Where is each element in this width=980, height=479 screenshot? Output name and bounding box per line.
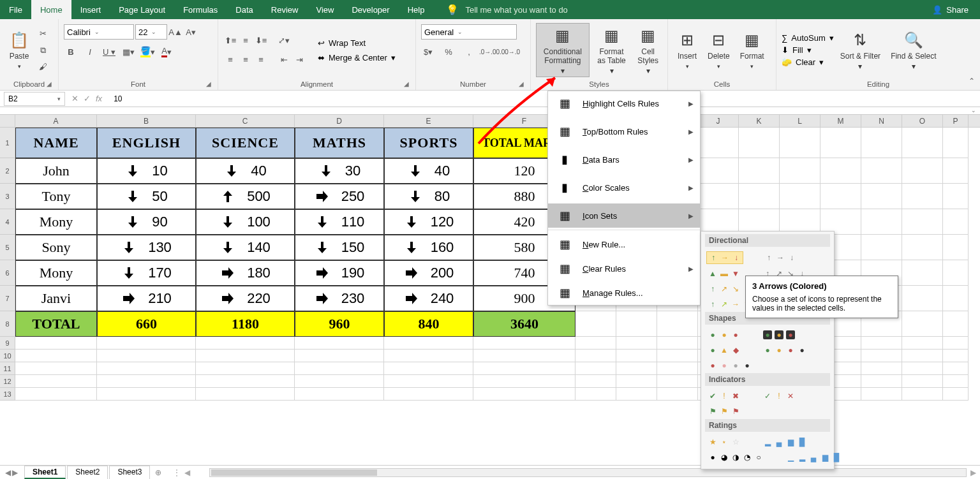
number-format-select[interactable]: General⌄ (421, 24, 517, 40)
cell[interactable]: 210 (97, 286, 196, 311)
icon-set-3-signs[interactable]: ●▲◆ (706, 344, 742, 356)
cell[interactable] (295, 350, 384, 362)
name-box[interactable]: B2▾ (4, 92, 65, 106)
cell[interactable]: 40 (196, 158, 295, 184)
cell[interactable] (861, 362, 902, 375)
cell[interactable]: Tony (15, 184, 97, 209)
autosum-button[interactable]: ∑AutoSum ▾ (782, 33, 834, 43)
cut-button[interactable]: ✂ (36, 27, 50, 41)
cell[interactable] (861, 337, 902, 350)
cell[interactable]: 40 (384, 158, 473, 184)
icon-set-3-arrows-colored[interactable]: ↑→↓ (706, 251, 743, 264)
column-header[interactable]: L (780, 115, 820, 127)
cell[interactable] (97, 388, 196, 401)
cell[interactable] (575, 362, 616, 375)
cell[interactable] (902, 375, 943, 388)
column-header[interactable]: N (861, 115, 902, 127)
cell[interactable]: 660 (97, 311, 196, 337)
cell[interactable] (97, 337, 196, 350)
cell[interactable]: 3640 (473, 311, 575, 337)
cell[interactable] (473, 350, 575, 362)
ribbon-tab-help[interactable]: Help (399, 0, 434, 19)
icon-set-5-ratings[interactable]: ▁▂▄▆█ (784, 452, 843, 463)
cell[interactable] (902, 286, 943, 311)
cell[interactable] (15, 388, 97, 401)
cell[interactable] (657, 350, 698, 362)
row-header[interactable]: 13 (0, 388, 15, 401)
italic-button[interactable]: I (83, 45, 97, 59)
cell[interactable] (575, 337, 616, 350)
find-select-button[interactable]: 🔍Find & Select ▾ (887, 23, 940, 77)
cell[interactable] (698, 128, 739, 158)
share-button[interactable]: 👤 Share (921, 0, 980, 19)
cell[interactable] (575, 311, 616, 337)
menu-item-top-bottom-rules[interactable]: ▦Top/Bottom Rules▶ (548, 119, 700, 144)
ribbon-tab-insert[interactable]: Insert (71, 0, 110, 19)
sheet-tab-sheet1[interactable]: Sheet1 (24, 466, 66, 479)
cell[interactable] (820, 184, 861, 209)
cell[interactable] (943, 235, 969, 260)
cell[interactable] (15, 350, 97, 362)
ribbon-tab-developer[interactable]: Developer (343, 0, 398, 19)
cell[interactable]: 110 (295, 209, 384, 235)
cell[interactable]: 500 (196, 184, 295, 209)
icon-set-4-ratings[interactable]: ▂▄▆█ (761, 436, 808, 448)
column-header[interactable]: M (820, 115, 861, 127)
percent-format-button[interactable]: % (442, 45, 456, 59)
menu-item-clear-rules[interactable]: ▦Clear Rules▶ (548, 256, 700, 281)
prev-sheet-button[interactable]: ◀ (5, 468, 11, 477)
column-header[interactable]: K (739, 115, 780, 127)
enter-icon[interactable]: ✓ (84, 94, 91, 103)
align-top-button[interactable]: ⬆≡ (223, 34, 237, 48)
column-header[interactable]: D (295, 115, 384, 127)
cell[interactable] (384, 362, 473, 375)
cell[interactable] (943, 337, 969, 350)
cell[interactable]: 150 (295, 235, 384, 260)
menu-item-icon-sets[interactable]: ▦Icon Sets▶ (548, 203, 700, 228)
cell[interactable] (196, 362, 295, 375)
cell[interactable]: 120 (384, 209, 473, 235)
column-header[interactable]: B (97, 115, 196, 127)
cell[interactable] (473, 388, 575, 401)
icon-set-3-traffic-lights-rimmed[interactable]: ●●● (761, 329, 797, 341)
cell[interactable]: 50 (97, 184, 196, 209)
cell[interactable] (473, 337, 575, 350)
cell[interactable] (820, 128, 861, 158)
cell[interactable]: 230 (295, 286, 384, 311)
cell[interactable] (616, 388, 657, 401)
menu-item-color-scales[interactable]: ▮Color Scales▶ (548, 175, 700, 200)
cell[interactable]: 100 (196, 209, 295, 235)
cell[interactable] (902, 362, 943, 375)
align-right-button[interactable]: ≡ (254, 53, 268, 67)
cell[interactable]: 140 (196, 235, 295, 260)
cell[interactable] (657, 375, 698, 388)
cell[interactable]: Mony (15, 209, 97, 235)
cell[interactable]: 80 (384, 184, 473, 209)
cell[interactable] (902, 209, 943, 235)
cell[interactable]: 130 (97, 235, 196, 260)
cell[interactable] (97, 375, 196, 388)
cell[interactable] (943, 311, 969, 337)
cell[interactable] (861, 128, 902, 158)
align-center-button[interactable]: ≡ (239, 53, 253, 67)
cell[interactable] (616, 350, 657, 362)
cell[interactable] (384, 375, 473, 388)
ribbon-tab-view[interactable]: View (307, 0, 343, 19)
increase-font-button[interactable]: A▲ (168, 25, 182, 39)
row-header[interactable]: 1 (0, 128, 15, 158)
column-header[interactable]: E (384, 115, 473, 127)
cell[interactable] (780, 128, 820, 158)
cell[interactable]: 220 (196, 286, 295, 311)
fill-color-button[interactable]: 🪣▾ (140, 45, 154, 59)
row-header[interactable]: 11 (0, 362, 15, 375)
cell[interactable]: 90 (97, 209, 196, 235)
icon-set-3-symbols[interactable]: ✓!✕ (761, 390, 797, 402)
cell[interactable]: 190 (295, 260, 384, 286)
insert-cells-button[interactable]: ⊞Insert▾ (673, 23, 701, 77)
cell[interactable] (295, 337, 384, 350)
cell[interactable] (698, 158, 739, 184)
cell[interactable]: 170 (97, 260, 196, 286)
icon-set-3-flags[interactable]: ⚑⚑⚑ (706, 406, 742, 417)
dialog-launcher-icon[interactable]: ◢ (47, 80, 52, 87)
cell[interactable] (473, 362, 575, 375)
